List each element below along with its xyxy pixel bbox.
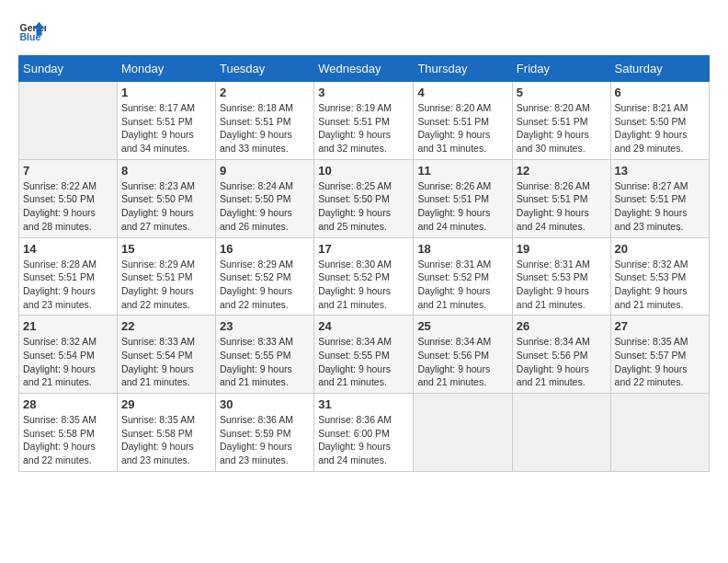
weekday-header: Saturday [610,56,709,82]
day-number: 2 [220,86,310,99]
calendar-cell: 28Sunrise: 8:35 AMSunset: 5:58 PMDayligh… [19,394,118,472]
calendar-cell: 13Sunrise: 8:27 AMSunset: 5:51 PMDayligh… [610,159,709,237]
calendar-cell: 2Sunrise: 8:18 AMSunset: 5:51 PMDaylight… [215,82,313,160]
calendar-cell: 15Sunrise: 8:29 AMSunset: 5:51 PMDayligh… [117,237,215,316]
calendar-cell: 14Sunrise: 8:28 AMSunset: 5:51 PMDayligh… [19,237,118,316]
calendar-cell: 1Sunrise: 8:17 AMSunset: 5:51 PMDaylight… [117,82,215,160]
calendar-cell: 11Sunrise: 8:26 AMSunset: 5:51 PMDayligh… [414,159,512,237]
calendar-cell: 4Sunrise: 8:20 AMSunset: 5:51 PMDaylight… [414,82,512,160]
day-number: 31 [318,397,409,411]
day-number: 15 [121,242,211,256]
day-info: Sunrise: 8:31 AMSunset: 5:52 PMDaylight:… [417,258,507,312]
calendar-cell: 7Sunrise: 8:22 AMSunset: 5:50 PMDaylight… [19,159,118,237]
day-number: 1 [121,86,211,99]
day-info: Sunrise: 8:30 AMSunset: 5:52 PMDaylight:… [318,258,409,312]
calendar-week-row: 14Sunrise: 8:28 AMSunset: 5:51 PMDayligh… [19,237,710,316]
calendar-cell: 16Sunrise: 8:29 AMSunset: 5:52 PMDayligh… [215,237,313,316]
day-info: Sunrise: 8:32 AMSunset: 5:53 PMDaylight:… [615,258,705,312]
calendar-week-row: 1Sunrise: 8:17 AMSunset: 5:51 PMDaylight… [19,82,710,160]
day-number: 7 [23,164,113,178]
calendar-cell: 6Sunrise: 8:21 AMSunset: 5:50 PMDaylight… [610,82,709,160]
day-number: 14 [23,242,113,256]
day-info: Sunrise: 8:34 AMSunset: 5:55 PMDaylight:… [318,335,409,389]
weekday-header: Wednesday [314,56,414,82]
day-info: Sunrise: 8:26 AMSunset: 5:51 PMDaylight:… [417,179,507,234]
weekday-header: Sunday [19,56,118,82]
day-number: 3 [318,86,409,99]
calendar-cell: 9Sunrise: 8:24 AMSunset: 5:50 PMDaylight… [215,159,313,237]
day-number: 23 [220,319,310,333]
calendar-cell: 20Sunrise: 8:32 AMSunset: 5:53 PMDayligh… [610,237,709,316]
weekday-header: Friday [512,56,610,82]
calendar-cell: 18Sunrise: 8:31 AMSunset: 5:52 PMDayligh… [414,237,512,316]
calendar-cell: 30Sunrise: 8:36 AMSunset: 5:59 PMDayligh… [215,394,313,472]
day-info: Sunrise: 8:28 AMSunset: 5:51 PMDaylight:… [23,258,113,312]
day-info: Sunrise: 8:35 AMSunset: 5:58 PMDaylight:… [121,413,211,467]
day-info: Sunrise: 8:33 AMSunset: 5:54 PMDaylight:… [121,335,211,389]
calendar-cell: 26Sunrise: 8:34 AMSunset: 5:56 PMDayligh… [512,316,610,394]
day-info: Sunrise: 8:23 AMSunset: 5:50 PMDaylight:… [121,179,211,234]
day-number: 26 [517,319,607,333]
calendar-cell: 21Sunrise: 8:32 AMSunset: 5:54 PMDayligh… [19,316,118,394]
day-number: 16 [220,242,310,256]
day-info: Sunrise: 8:29 AMSunset: 5:52 PMDaylight:… [220,258,310,312]
calendar-week-row: 7Sunrise: 8:22 AMSunset: 5:50 PMDaylight… [19,159,710,237]
day-info: Sunrise: 8:17 AMSunset: 5:51 PMDaylight:… [121,101,211,155]
calendar-week-row: 21Sunrise: 8:32 AMSunset: 5:54 PMDayligh… [19,316,710,394]
day-number: 24 [318,319,409,333]
day-number: 19 [517,242,607,256]
day-number: 12 [517,164,607,178]
day-number: 6 [615,86,705,99]
day-number: 22 [121,319,211,333]
day-number: 4 [417,86,507,99]
day-info: Sunrise: 8:29 AMSunset: 5:51 PMDaylight:… [121,258,211,312]
calendar-week-row: 28Sunrise: 8:35 AMSunset: 5:58 PMDayligh… [19,394,710,472]
calendar-cell: 25Sunrise: 8:34 AMSunset: 5:56 PMDayligh… [414,316,512,394]
day-info: Sunrise: 8:35 AMSunset: 5:58 PMDaylight:… [23,413,113,467]
day-number: 30 [220,397,310,411]
calendar-cell [512,394,610,472]
day-info: Sunrise: 8:35 AMSunset: 5:57 PMDaylight:… [615,335,705,389]
day-info: Sunrise: 8:34 AMSunset: 5:56 PMDaylight:… [517,335,607,389]
calendar-cell: 3Sunrise: 8:19 AMSunset: 5:51 PMDaylight… [314,82,414,160]
weekday-header: Thursday [414,56,512,82]
logo: General Blue [18,18,50,46]
day-info: Sunrise: 8:22 AMSunset: 5:50 PMDaylight:… [23,179,113,234]
calendar-cell [19,82,118,160]
calendar-cell: 17Sunrise: 8:30 AMSunset: 5:52 PMDayligh… [314,237,414,316]
calendar-cell: 23Sunrise: 8:33 AMSunset: 5:55 PMDayligh… [215,316,313,394]
calendar-cell: 27Sunrise: 8:35 AMSunset: 5:57 PMDayligh… [610,316,709,394]
day-info: Sunrise: 8:26 AMSunset: 5:51 PMDaylight:… [517,179,607,234]
calendar-cell: 19Sunrise: 8:31 AMSunset: 5:53 PMDayligh… [512,237,610,316]
day-number: 18 [417,242,507,256]
day-info: Sunrise: 8:33 AMSunset: 5:55 PMDaylight:… [220,335,310,389]
day-info: Sunrise: 8:27 AMSunset: 5:51 PMDaylight:… [615,179,705,234]
day-info: Sunrise: 8:36 AMSunset: 6:00 PMDaylight:… [318,413,409,467]
day-info: Sunrise: 8:24 AMSunset: 5:50 PMDaylight:… [220,179,310,234]
day-number: 9 [220,164,310,178]
calendar-cell: 22Sunrise: 8:33 AMSunset: 5:54 PMDayligh… [117,316,215,394]
calendar-cell: 10Sunrise: 8:25 AMSunset: 5:50 PMDayligh… [314,159,414,237]
calendar-cell: 29Sunrise: 8:35 AMSunset: 5:58 PMDayligh… [117,394,215,472]
day-number: 29 [121,397,211,411]
day-info: Sunrise: 8:19 AMSunset: 5:51 PMDaylight:… [318,101,409,155]
calendar-cell [414,394,512,472]
day-info: Sunrise: 8:36 AMSunset: 5:59 PMDaylight:… [220,413,310,467]
day-number: 8 [121,164,211,178]
day-number: 13 [615,164,705,178]
day-number: 20 [615,242,705,256]
day-number: 5 [517,86,607,99]
day-number: 25 [417,319,507,333]
calendar-cell: 5Sunrise: 8:20 AMSunset: 5:51 PMDaylight… [512,82,610,160]
day-number: 21 [23,319,113,333]
calendar-cell: 12Sunrise: 8:26 AMSunset: 5:51 PMDayligh… [512,159,610,237]
day-info: Sunrise: 8:18 AMSunset: 5:51 PMDaylight:… [220,101,310,155]
day-info: Sunrise: 8:32 AMSunset: 5:54 PMDaylight:… [23,335,113,389]
day-info: Sunrise: 8:20 AMSunset: 5:51 PMDaylight:… [417,101,507,155]
day-info: Sunrise: 8:20 AMSunset: 5:51 PMDaylight:… [517,101,607,155]
day-info: Sunrise: 8:34 AMSunset: 5:56 PMDaylight:… [417,335,507,389]
day-info: Sunrise: 8:21 AMSunset: 5:50 PMDaylight:… [615,101,705,155]
calendar-cell: 24Sunrise: 8:34 AMSunset: 5:55 PMDayligh… [314,316,414,394]
day-info: Sunrise: 8:31 AMSunset: 5:53 PMDaylight:… [517,258,607,312]
logo-icon: General Blue [18,18,46,46]
